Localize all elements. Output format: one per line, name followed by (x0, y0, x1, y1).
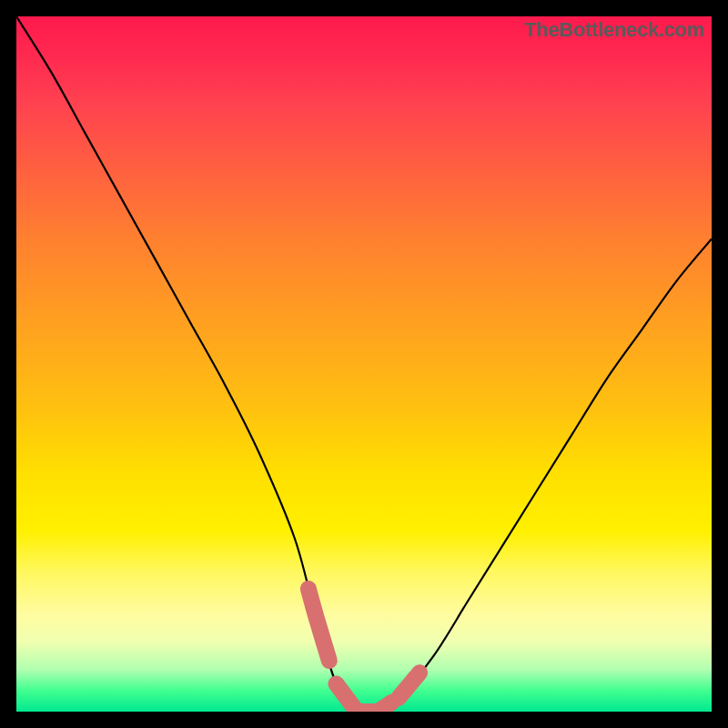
optimal-marker (399, 672, 420, 698)
curve-layer (16, 16, 712, 712)
bottleneck-curve (16, 16, 712, 712)
optimal-marker (308, 589, 329, 661)
optimal-marker (336, 683, 391, 712)
chart-frame: TheBottleneck.com (0, 0, 728, 728)
plot-area: TheBottleneck.com (16, 16, 712, 712)
